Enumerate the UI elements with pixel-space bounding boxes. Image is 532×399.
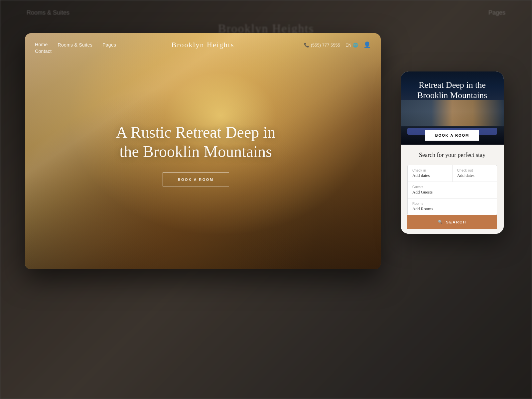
mobile-body: Search for your perfect stay Check in Ad… <box>401 145 504 234</box>
phone-icon: 📞 <box>304 43 309 48</box>
search-form: Check in Add dates Check out Add dates G… <box>407 165 497 215</box>
nav-item-home[interactable]: Home <box>35 42 48 48</box>
nav-contact: Contact <box>35 48 52 54</box>
guests-value: Add Guests <box>412 190 492 195</box>
hero-title: A Rustic Retreat Deep in the Brooklin Mo… <box>109 123 282 161</box>
dates-row: Check in Add dates Check out Add dates <box>408 165 497 182</box>
checkin-value: Add dates <box>412 173 448 178</box>
lang-label: EN <box>345 43 351 48</box>
mobile-building-decoration <box>401 100 504 126</box>
site-brand: Brooklyn Heights <box>171 41 234 49</box>
search-title: Search for your perfect stay <box>407 151 497 159</box>
nav-phone: 📞 (555) 777 5555 <box>304 43 340 48</box>
checkin-label: Check in <box>412 169 448 172</box>
nav-item-pages[interactable]: Pages <box>102 42 116 48</box>
globe-icon: 🌐 <box>353 43 358 48</box>
book-room-button[interactable]: BOOK A ROOM <box>163 173 229 187</box>
checkout-label: Check out <box>457 169 492 172</box>
bg-nav-pages: Pages <box>488 9 505 16</box>
mobile-book-button[interactable]: BOOK A ROOM <box>425 130 479 141</box>
search-label: SEARCH <box>446 220 466 224</box>
checkout-field[interactable]: Check out Add dates <box>453 165 497 182</box>
guests-field[interactable]: Guests Add Guests <box>408 182 497 199</box>
checkout-value: Add dates <box>457 173 492 178</box>
user-icon[interactable]: 👤 <box>363 41 371 49</box>
phone-number: (555) 777 5555 <box>311 43 340 48</box>
nav-item-contact[interactable]: Contact <box>35 49 52 54</box>
hero-content: A Rustic Retreat Deep in the Brooklin Mo… <box>109 123 282 187</box>
guests-label: Guests <box>412 185 492 189</box>
rooms-label: Rooms <box>412 202 492 205</box>
background-nav: Rooms & Suites Pages <box>0 9 532 16</box>
bg-nav-rooms: Rooms & Suites <box>27 9 69 16</box>
mobile-card: Retreat Deep in the Brooklin Mountains B… <box>401 71 504 234</box>
checkin-field[interactable]: Check in Add dates <box>408 165 453 182</box>
nav-language[interactable]: EN 🌐 <box>345 43 358 48</box>
search-button[interactable]: 🔍 SEARCH <box>407 215 497 229</box>
navigation: Home Rooms & Suites Pages Brooklyn Heigh… <box>25 33 381 57</box>
mobile-hero: Retreat Deep in the Brooklin Mountains B… <box>401 71 504 145</box>
browser-window: Home Rooms & Suites Pages Brooklyn Heigh… <box>25 33 381 269</box>
nav-item-rooms[interactable]: Rooms & Suites <box>58 42 93 48</box>
search-icon: 🔍 <box>438 220 444 224</box>
nav-left: Home Rooms & Suites Pages <box>35 42 304 48</box>
mobile-hero-title: Retreat Deep in the Brooklin Mountains <box>407 80 497 100</box>
rooms-value: Add Rooms <box>412 206 492 211</box>
rooms-field[interactable]: Rooms Add Rooms <box>408 199 497 215</box>
nav-right: 📞 (555) 777 5555 EN 🌐 👤 <box>304 41 371 49</box>
